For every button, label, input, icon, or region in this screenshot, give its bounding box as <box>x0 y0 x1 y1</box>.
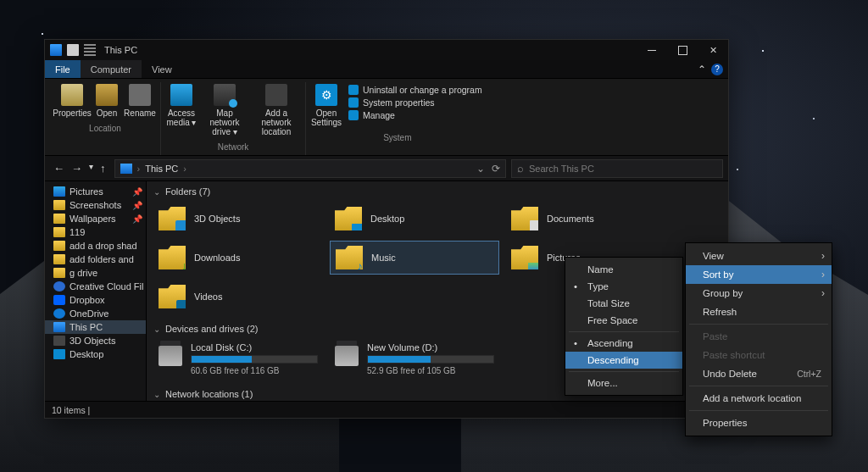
open-icon <box>96 84 118 106</box>
sort-option[interactable]: Total Size <box>565 295 682 312</box>
folder-item[interactable]: Desktop <box>330 202 499 236</box>
rename-button[interactable]: Rename <box>123 82 157 121</box>
sort-option[interactable]: Type <box>565 278 682 295</box>
nav-pane[interactable]: Pictures📌Screenshots📌Wallpapers📌119add a… <box>45 181 147 401</box>
folder-icon <box>53 254 65 264</box>
sort-option[interactable]: Free Space <box>565 312 682 329</box>
add-network-location-button[interactable]: Add a network location <box>251 82 302 140</box>
folder-item[interactable]: Downloads <box>153 241 323 275</box>
sidebar-item-label: Dropbox <box>70 295 105 305</box>
qat-menu-icon[interactable] <box>84 44 96 56</box>
drive-free-text: 52.9 GB free of 105 GB <box>367 366 494 375</box>
drive-item[interactable]: Local Disk (C:) 60.6 GB free of 116 GB <box>153 339 323 379</box>
sidebar-item[interactable]: This PC <box>45 320 146 334</box>
pin-icon: 📌 <box>132 201 142 210</box>
sidebar-item[interactable]: add folders and <box>45 253 146 266</box>
open-button[interactable]: Open <box>92 82 121 121</box>
ctx-sort-by[interactable]: Sort by <box>686 265 832 284</box>
sidebar-item[interactable]: Dropbox <box>45 293 146 307</box>
recent-dropdown[interactable]: ▾ <box>89 162 93 175</box>
sidebar-item[interactable]: 3D Objects <box>45 334 146 347</box>
uninstall-program-link[interactable]: Uninstall or change a program <box>348 85 482 95</box>
sidebar-item-label: This PC <box>70 322 103 332</box>
map-drive-button[interactable]: Map network drive ▾ <box>200 82 249 140</box>
properties-button[interactable]: Properties <box>53 82 91 121</box>
ctx-properties[interactable]: Properties <box>686 414 832 432</box>
sidebar-item[interactable]: Screenshots📌 <box>45 198 146 212</box>
context-menu: View Sort by Group by Refresh Paste Past… <box>685 242 832 436</box>
access-media-button[interactable]: Access media ▾ <box>164 82 198 140</box>
folder-icon <box>335 207 362 230</box>
chevron-right-icon[interactable]: › <box>137 164 141 174</box>
sort-order-option[interactable]: Descending <box>565 352 682 369</box>
folder-item[interactable]: Documents <box>506 202 676 236</box>
folder-item[interactable]: Videos <box>153 280 323 314</box>
folder-icon <box>53 200 65 210</box>
sidebar-item[interactable]: Desktop <box>45 347 146 361</box>
drive-label: Local Disk (C:) <box>191 342 318 353</box>
drive-item[interactable]: New Volume (D:) 52.9 GB free of 105 GB <box>330 339 499 379</box>
system-properties-link[interactable]: System properties <box>348 97 482 108</box>
sidebar-item-label: Desktop <box>70 349 103 359</box>
folder-icon <box>53 295 65 305</box>
sort-more[interactable]: More... <box>565 375 682 391</box>
collapse-ribbon-icon[interactable] <box>698 64 706 75</box>
breadcrumb[interactable]: This PC <box>145 164 178 174</box>
qat-properties-icon[interactable] <box>67 44 79 56</box>
ctx-paste: Paste <box>686 327 832 346</box>
sidebar-item[interactable]: Pictures📌 <box>45 185 146 198</box>
search-box[interactable]: Search This PC <box>511 159 723 178</box>
folder-icon <box>53 308 65 319</box>
folder-label: Documents <box>547 214 594 224</box>
folder-icon <box>53 214 65 224</box>
up-button[interactable]: ↑ <box>100 162 106 175</box>
ribbon-group-system: Open Settings Uninstall or change a prog… <box>305 82 489 155</box>
access-media-icon <box>170 84 192 106</box>
help-icon[interactable]: ? <box>711 64 723 75</box>
titlebar[interactable]: This PC <box>45 40 728 60</box>
map-drive-icon <box>214 84 236 106</box>
tab-view[interactable]: View <box>142 60 182 78</box>
folder-icon <box>53 186 65 197</box>
ctx-sep <box>689 410 828 411</box>
address-bar[interactable]: › This PC › ⌄ ⟳ <box>114 159 507 178</box>
tab-file[interactable]: File <box>45 60 81 78</box>
app-icon <box>50 44 62 56</box>
minimize-button[interactable] <box>637 40 667 60</box>
ctx-add-network-location[interactable]: Add a network location <box>686 389 832 408</box>
sidebar-item[interactable]: Wallpapers📌 <box>45 212 146 225</box>
forward-button[interactable]: → <box>71 162 82 175</box>
ctx-undo-delete[interactable]: Undo DeleteCtrl+Z <box>686 364 832 383</box>
folder-item[interactable]: Music <box>330 241 499 275</box>
manage-link[interactable]: Manage <box>348 110 482 120</box>
close-button[interactable] <box>698 40 728 60</box>
ctx-refresh[interactable]: Refresh <box>686 303 832 321</box>
back-button[interactable]: ← <box>53 162 64 175</box>
section-folders-header[interactable]: Folders (7) <box>147 181 728 202</box>
address-dropdown-icon[interactable]: ⌄ <box>476 163 485 175</box>
folder-item[interactable]: 3D Objects <box>153 202 323 236</box>
sidebar-item[interactable]: g drive <box>45 266 146 280</box>
chevron-right-icon[interactable]: › <box>183 164 186 174</box>
ctx-view[interactable]: View <box>686 247 832 265</box>
drive-usage-bar <box>367 355 494 364</box>
drive-icon <box>335 346 359 366</box>
folder-label: Downloads <box>194 253 240 263</box>
tab-computer[interactable]: Computer <box>81 60 142 78</box>
system-links: Uninstall or change a program System pro… <box>345 82 486 130</box>
folder-icon <box>53 322 65 332</box>
sort-order-option[interactable]: Ascending <box>565 335 682 352</box>
refresh-icon[interactable]: ⟳ <box>492 163 500 175</box>
sidebar-item[interactable]: add a drop shad <box>45 239 146 253</box>
ctx-group-by[interactable]: Group by <box>686 284 832 303</box>
sidebar-item[interactable]: 119 <box>45 225 146 239</box>
ctx-sep <box>689 324 828 325</box>
open-settings-button[interactable]: Open Settings <box>309 82 343 130</box>
sidebar-item[interactable]: OneDrive <box>45 307 146 320</box>
sidebar-item[interactable]: Creative Cloud Fil <box>45 280 146 293</box>
ribbon-tabs: File Computer View ? <box>45 60 728 79</box>
ctx-undo-shortcut: Ctrl+Z <box>797 369 821 379</box>
sort-option[interactable]: Name <box>565 261 682 278</box>
address-bar-row: ← → ▾ ↑ › This PC › ⌄ ⟳ Search This PC <box>45 156 728 181</box>
maximize-button[interactable] <box>667 40 698 60</box>
